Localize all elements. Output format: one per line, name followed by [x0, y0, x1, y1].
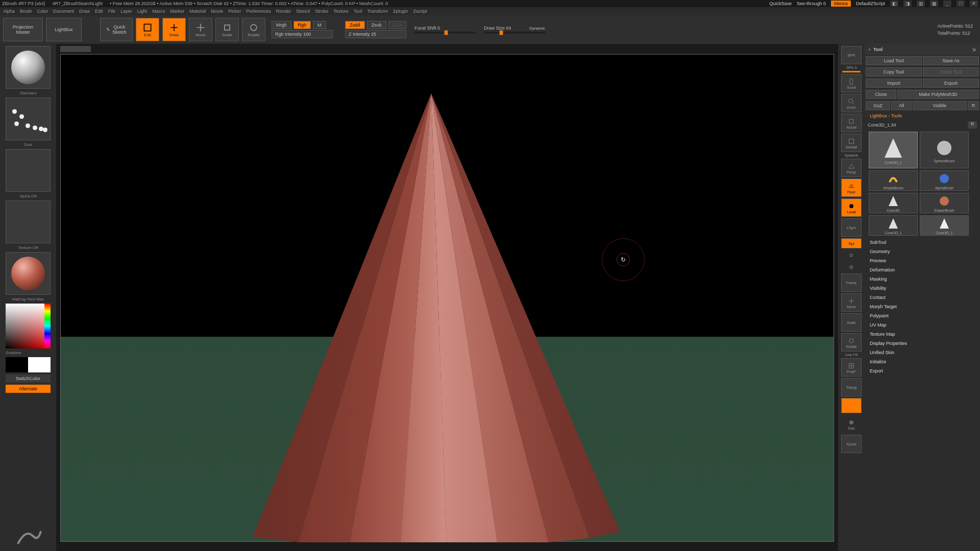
export-button[interactable]: Export — [923, 79, 979, 88]
persp-button[interactable]: Persp — [841, 159, 862, 177]
tool-eraserbrush[interactable]: EraserBrush — [920, 193, 969, 213]
stroke-selector[interactable] — [6, 97, 51, 140]
tray-icon3[interactable]: ▥ — [917, 1, 925, 7]
menu-stencil[interactable]: Stencil — [296, 9, 310, 14]
tool-cone2[interactable]: Cone3D — [869, 193, 918, 213]
edit-button[interactable]: Edit — [136, 18, 159, 41]
tray-icon4[interactable]: ▦ — [930, 1, 938, 7]
menu-zplugin[interactable]: Zplugin — [393, 9, 408, 14]
minimize-button[interactable]: _ — [943, 1, 951, 7]
accord-initialize[interactable]: Initialize — [865, 357, 980, 366]
menu-transform[interactable]: Transform — [367, 9, 388, 14]
draw-button[interactable]: Draw — [162, 18, 186, 41]
projection-master-button[interactable]: Projection Master — [3, 18, 43, 41]
solo-button[interactable]: Solo — [841, 415, 862, 433]
tool-r-button[interactable]: R — [968, 121, 977, 129]
menus-button[interactable]: Menus — [831, 1, 851, 7]
polyf-button[interactable]: PolyF — [841, 358, 862, 377]
alternate-button[interactable]: Alternate — [6, 385, 51, 393]
quicksketch-button[interactable]: ✎ Quick Sketch — [100, 18, 133, 41]
z-intensity-slider[interactable]: Z Intensity 25 — [345, 30, 406, 38]
goz-r-button[interactable]: R — [968, 101, 979, 110]
accord-masking[interactable]: Masking — [865, 274, 980, 284]
scroll-button[interactable]: Scroll — [841, 74, 862, 92]
tool-simplebrush[interactable]: SimpleBrush — [869, 170, 918, 191]
zsub-button[interactable]: Zsub — [367, 21, 386, 29]
import-button[interactable]: Import — [866, 79, 922, 88]
mrgb-button[interactable]: Mrgb — [272, 21, 291, 29]
transp-button[interactable]: Transp — [841, 378, 862, 396]
menu-color[interactable]: Color — [37, 9, 48, 14]
aahalf-button[interactable]: AAHalf — [841, 134, 862, 152]
menu-draw[interactable]: Draw — [79, 9, 90, 14]
menu-texture[interactable]: Texture — [333, 9, 349, 14]
menu-edit[interactable]: Edit — [95, 9, 103, 14]
xpose-button[interactable]: Xpose — [841, 435, 862, 453]
scale-button[interactable]: Scale — [215, 18, 239, 41]
accord-deformation[interactable]: Deformation — [865, 265, 980, 274]
accord-contact[interactable]: Contact — [865, 293, 980, 302]
color-picker[interactable] — [6, 304, 51, 348]
viewmove-button[interactable]: Move — [841, 293, 862, 312]
menu-movie[interactable]: Movie — [211, 9, 223, 14]
focal-shift-slider[interactable]: Focal Shift 0 — [414, 26, 476, 34]
undo-history[interactable] — [60, 46, 91, 52]
viewport[interactable]: ↻ — [60, 54, 834, 542]
save-as-button[interactable]: Save As — [923, 56, 979, 65]
frame-button[interactable]: Frame — [841, 273, 862, 292]
quicksave-button[interactable]: QuickSave — [769, 1, 792, 6]
viewscale-button[interactable]: Scale — [841, 313, 862, 332]
menu-alpha[interactable]: Alpha — [3, 9, 15, 14]
goz-all-button[interactable]: All — [891, 101, 912, 110]
seethrough-slider[interactable]: See-through 0 — [797, 1, 826, 6]
lsym-button[interactable]: LSym — [841, 218, 862, 237]
material-selector[interactable] — [6, 252, 51, 295]
load-tool-button[interactable]: Load Tool — [866, 56, 922, 65]
tool-cone3b[interactable]: Cone3D_1 — [920, 215, 969, 236]
copy-tool-button[interactable]: Copy Tool — [866, 67, 922, 77]
accord-displayprops[interactable]: Display Properties — [865, 339, 980, 348]
goz-visible-button[interactable]: Visible — [913, 101, 967, 110]
alpha-selector[interactable] — [6, 149, 51, 192]
paste-tool-button[interactable]: Paste Tool — [923, 67, 979, 77]
tool-cone3[interactable]: Cone3D_1 — [869, 215, 918, 236]
tray-icon[interactable]: ◧ — [890, 1, 898, 7]
menu-light[interactable]: Light — [137, 9, 148, 14]
target-icon[interactable]: ◎ — [841, 262, 862, 272]
zoom-button[interactable]: Zoom — [841, 94, 862, 112]
lightbox-button[interactable]: LightBox — [46, 18, 82, 41]
center-icon[interactable]: ⊙ — [841, 250, 862, 260]
make-polymesh-button[interactable]: Make PolyMesh3D — [897, 90, 979, 99]
accord-unifiedskin[interactable]: Unified Skin — [865, 348, 980, 357]
ghost-button[interactable] — [841, 398, 862, 413]
zcut-button[interactable]: Zcut — [388, 21, 407, 29]
accord-polypaint[interactable]: Polypaint — [865, 311, 980, 320]
lightbox-tools-link[interactable]: Lightbox › Tools — [865, 111, 980, 120]
m-button[interactable]: M — [313, 21, 326, 29]
zadd-button[interactable]: Zadd — [345, 21, 365, 29]
accord-morphtarget[interactable]: Morph Target — [865, 302, 980, 311]
rgb-button[interactable]: Rgb — [293, 21, 311, 29]
switchcolor-button[interactable]: SwitchColor — [6, 374, 51, 383]
tray-icon2[interactable]: ◨ — [903, 1, 912, 7]
clone-button[interactable]: Clone — [866, 90, 896, 99]
move-button[interactable]: Move — [189, 18, 212, 41]
menu-picker[interactable]: Picker — [228, 9, 241, 14]
brush-selector[interactable] — [6, 46, 51, 89]
tool-cone[interactable]: Cone3D_1 — [869, 132, 918, 168]
menu-preferences[interactable]: Preferences — [246, 9, 271, 14]
accord-uvmap[interactable]: UV Map — [865, 320, 980, 330]
menu-layer[interactable]: Layer — [120, 9, 132, 14]
gradient-button[interactable]: Gradient — [6, 350, 51, 355]
menu-material[interactable]: Material — [189, 9, 206, 14]
accord-texturemap[interactable]: Texture Map — [865, 330, 980, 339]
bpr-button[interactable]: BPR — [841, 46, 862, 64]
local-button[interactable]: Local — [841, 198, 862, 217]
xyz-button[interactable]: Xyz — [841, 238, 862, 248]
texture-selector[interactable] — [6, 201, 51, 243]
accord-preview[interactable]: Preview — [865, 256, 980, 265]
menu-stroke[interactable]: Stroke — [315, 9, 328, 14]
maximize-button[interactable]: □ — [957, 1, 965, 7]
menu-file[interactable]: File — [108, 9, 116, 14]
menu-zscript[interactable]: Zscript — [413, 9, 427, 14]
